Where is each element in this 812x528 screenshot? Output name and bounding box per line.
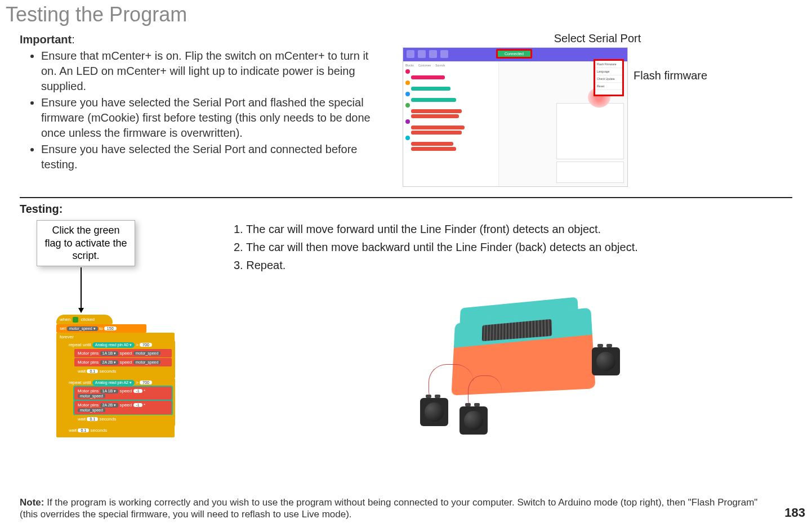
testing-title: Testing:: [20, 203, 792, 216]
menu-item: Flash Firmware: [595, 61, 622, 68]
ss-tabs: BlocksCostumesSounds: [405, 64, 496, 67]
motor-block: Motor pins 1A 1B ▾ speed -1 * motor_spee…: [74, 387, 172, 400]
blk-text: speed: [119, 402, 132, 408]
blk-text: Motor pins: [78, 351, 99, 356]
blk-text: wait: [78, 369, 86, 374]
important-colon: :: [72, 33, 75, 46]
toolbar-icon: [429, 50, 437, 58]
important-item: Ensure you have selected the Serial Port…: [41, 95, 380, 141]
wait-block: wait 0.1 seconds: [65, 426, 127, 435]
blk-text: Motor pins: [78, 360, 99, 365]
blk-text: speed: [119, 360, 132, 365]
blk-text: when: [60, 317, 70, 322]
script-stack: when clicked set motor_speed ▾ to 150 fo…: [56, 315, 175, 437]
var: motor_speed: [78, 408, 105, 412]
value: 150: [104, 326, 117, 330]
blk-text: Motor pins: [78, 402, 99, 408]
blk-text: Analog read pin: [95, 343, 123, 347]
step-item: 1. The car will move forward until the L…: [234, 220, 792, 238]
pins: 2A 2B ▾: [100, 403, 119, 408]
var: motor_speed: [78, 394, 105, 398]
value: -1: [133, 403, 142, 407]
step-item: 2. The car will then move backward until…: [234, 238, 792, 256]
motor-block: Motor pins 2A 2B ▾ speed -1 * motor_spee…: [74, 401, 172, 414]
pins: 1A 1B ▾: [100, 351, 119, 356]
pins: 2A 2B ▾: [100, 360, 119, 365]
var: motor_speed: [133, 360, 161, 364]
blk-text: forever: [60, 334, 74, 339]
set-var-block: set motor_speed ▾ to 150: [56, 324, 146, 333]
important-list: Ensure that mCenter+ is on. Flip the swi…: [20, 48, 380, 172]
blk-text: repeat until: [69, 342, 91, 347]
flash-firmware-menu: Flash Firmware Language Check Update Res…: [594, 59, 624, 96]
sensor-cube: [459, 406, 488, 435]
sensor-cube: [592, 347, 620, 375]
op: >: [136, 342, 139, 347]
value: 700: [140, 381, 152, 384]
blk-text: speed: [119, 351, 132, 356]
blk-text: set: [60, 326, 66, 331]
ss-stage: [556, 103, 624, 159]
note-label: Note:: [20, 497, 44, 508]
blk-text: repeat until: [69, 380, 91, 385]
connected-button: Connected: [496, 49, 532, 59]
repeat-until-block: repeat until Analog read pin A2 ▾ > 700 …: [65, 378, 175, 426]
blk-text: seconds: [90, 428, 107, 433]
important-label: Important: [20, 33, 72, 46]
op: *: [144, 402, 145, 408]
var-name: motor_speed ▾: [67, 326, 98, 331]
value: 0.1: [87, 369, 98, 373]
car-illustration: [395, 285, 631, 443]
menu-item: Check Update: [595, 75, 622, 83]
screenshot-block: Select Serial Port Connected Flash Firmw…: [403, 32, 792, 187]
page-number: 183: [784, 505, 805, 520]
app-screenshot: Connected Flash Firmware Language Check …: [403, 47, 628, 187]
blk-text: wait: [78, 417, 86, 422]
value: 0.1: [78, 428, 89, 432]
testing-body: Click the green flag to activate the scr…: [20, 220, 792, 443]
important-item: Ensure you have selected the Serial Port…: [41, 142, 380, 172]
ss-sprite-panel: [556, 162, 624, 183]
analog-read-pill: Analog read pin A2 ▾: [92, 380, 135, 386]
top-section: Important: Ensure that mCenter+ is on. F…: [0, 26, 812, 187]
blk-text: wait: [69, 428, 77, 433]
analog-read-pill: Analog read pin A0 ▾: [92, 342, 135, 348]
menu-item: Language: [595, 68, 622, 75]
blk-text: to: [99, 326, 103, 331]
repeat-until-block: repeat until Analog read pin A0 ▾ > 700 …: [65, 341, 175, 378]
sensor-cube: [420, 398, 448, 426]
blk-text: seconds: [99, 369, 116, 374]
motor-block: Motor pins 1A 1B ▾ speed motor_speed: [74, 349, 172, 357]
step-list: 1. The car will move forward until the L…: [234, 220, 792, 274]
note-block: Note: If the program is working correctl…: [20, 496, 778, 521]
toolbar-icon: [418, 50, 426, 58]
motor-block: Motor pins 2A 2B ▾ speed motor_speed: [74, 358, 172, 366]
green-flag-callout: Click the green flag to activate the scr…: [37, 220, 135, 266]
toolbar-icon: [440, 50, 448, 58]
when-flag-clicked-block: when clicked: [56, 315, 113, 324]
forever-block: forever repeat until Analog read pin A0 …: [56, 333, 175, 437]
testing-left: Click the green flag to activate the scr…: [20, 220, 177, 443]
blk-text: seconds: [99, 417, 116, 422]
important-block: Important: Ensure that mCenter+ is on. F…: [20, 32, 380, 187]
pin: A2 ▾: [123, 381, 132, 384]
flash-firmware-label: Flash firmware: [633, 69, 707, 82]
wait-block: wait 0.1 seconds: [74, 367, 172, 375]
ss-toolbar-icons: [407, 50, 448, 58]
page-title: Testing the Program: [0, 0, 812, 26]
note-text: If the program is working correctly and …: [20, 497, 757, 520]
menu-item: Reset: [595, 83, 622, 90]
blk-text: Analog read pin: [95, 381, 123, 384]
wait-block: wait 0.1 seconds: [74, 415, 172, 423]
testing-section: Testing: Click the green flag to activat…: [0, 198, 812, 443]
select-serial-port-label: Select Serial Port: [403, 32, 792, 45]
blk-text: speed: [119, 388, 132, 393]
testing-right: 1. The car will move forward until the L…: [234, 220, 792, 443]
var: motor_speed: [133, 351, 161, 355]
op: *: [144, 388, 145, 393]
value: -1: [133, 389, 142, 393]
important-item: Ensure that mCenter+ is on. Flip the swi…: [41, 48, 380, 94]
toolbar-icon: [407, 50, 414, 58]
value: 700: [140, 343, 152, 347]
green-flag-icon: [73, 317, 78, 323]
